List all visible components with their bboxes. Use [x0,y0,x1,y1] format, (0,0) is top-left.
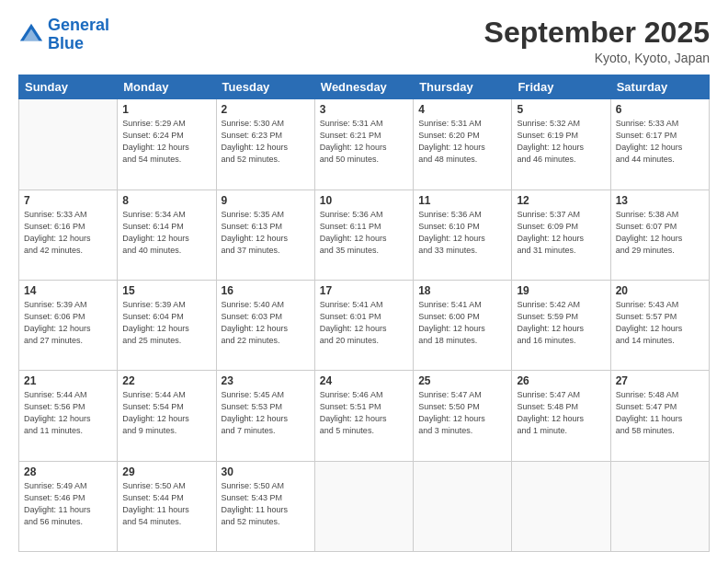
day-number: 21 [24,374,112,387]
calendar-week-row: 7Sunrise: 5:33 AM Sunset: 6:16 PM Daylig… [19,190,710,280]
table-row [512,461,610,551]
day-number: 17 [320,284,408,297]
day-number: 27 [616,374,704,387]
table-row: 4Sunrise: 5:31 AM Sunset: 6:20 PM Daylig… [414,99,512,190]
day-info: Sunrise: 5:41 AM Sunset: 6:00 PM Dayligh… [418,299,506,347]
day-info: Sunrise: 5:47 AM Sunset: 5:48 PM Dayligh… [517,389,605,437]
day-info: Sunrise: 5:38 AM Sunset: 6:07 PM Dayligh… [616,209,704,257]
table-row: 9Sunrise: 5:35 AM Sunset: 6:13 PM Daylig… [216,190,314,280]
logo-text: General Blue [48,17,109,53]
day-number: 18 [418,284,506,297]
table-row: 16Sunrise: 5:40 AM Sunset: 6:03 PM Dayli… [216,280,314,370]
day-info: Sunrise: 5:40 AM Sunset: 6:03 PM Dayligh… [222,299,310,347]
table-row: 30Sunrise: 5:50 AM Sunset: 5:43 PM Dayli… [216,461,314,551]
header-wednesday: Wednesday [314,75,413,99]
table-row: 27Sunrise: 5:48 AM Sunset: 5:47 PM Dayli… [610,371,709,461]
header-saturday: Saturday [610,75,709,99]
calendar-week-row: 28Sunrise: 5:49 AM Sunset: 5:46 PM Dayli… [19,461,710,551]
table-row: 6Sunrise: 5:33 AM Sunset: 6:17 PM Daylig… [610,99,709,190]
day-info: Sunrise: 5:32 AM Sunset: 6:19 PM Dayligh… [517,118,605,166]
day-info: Sunrise: 5:44 AM Sunset: 5:54 PM Dayligh… [122,389,210,437]
calendar-week-row: 1Sunrise: 5:29 AM Sunset: 6:24 PM Daylig… [19,99,710,190]
day-number: 10 [320,194,408,207]
day-info: Sunrise: 5:48 AM Sunset: 5:47 PM Dayligh… [616,389,704,437]
day-number: 11 [418,194,506,207]
logo: General Blue [18,17,109,53]
day-info: Sunrise: 5:46 AM Sunset: 5:51 PM Dayligh… [320,389,408,437]
header-sunday: Sunday [19,75,118,99]
day-info: Sunrise: 5:37 AM Sunset: 6:09 PM Dayligh… [517,209,605,257]
table-row: 1Sunrise: 5:29 AM Sunset: 6:24 PM Daylig… [118,99,216,190]
table-row: 23Sunrise: 5:45 AM Sunset: 5:53 PM Dayli… [216,371,314,461]
table-row: 21Sunrise: 5:44 AM Sunset: 5:56 PM Dayli… [19,371,118,461]
day-number: 26 [517,374,605,387]
table-row: 11Sunrise: 5:36 AM Sunset: 6:10 PM Dayli… [414,190,512,280]
day-info: Sunrise: 5:36 AM Sunset: 6:10 PM Dayligh… [418,209,506,257]
day-number: 9 [222,194,310,207]
table-row: 26Sunrise: 5:47 AM Sunset: 5:48 PM Dayli… [512,371,610,461]
table-row: 18Sunrise: 5:41 AM Sunset: 6:00 PM Dayli… [414,280,512,370]
table-row: 22Sunrise: 5:44 AM Sunset: 5:54 PM Dayli… [118,371,216,461]
logo-icon [18,22,44,48]
day-number: 7 [24,194,112,207]
table-row: 28Sunrise: 5:49 AM Sunset: 5:46 PM Dayli… [19,461,118,551]
day-info: Sunrise: 5:43 AM Sunset: 5:57 PM Dayligh… [616,299,704,347]
day-number: 13 [616,194,704,207]
month-title: September 2025 [484,17,710,49]
logo-line2: Blue [48,35,109,53]
table-row: 20Sunrise: 5:43 AM Sunset: 5:57 PM Dayli… [610,280,709,370]
table-row [19,99,118,190]
day-number: 4 [418,103,506,116]
table-row: 19Sunrise: 5:42 AM Sunset: 5:59 PM Dayli… [512,280,610,370]
header-tuesday: Tuesday [216,75,314,99]
title-block: September 2025 Kyoto, Kyoto, Japan [484,17,710,65]
day-number: 30 [222,465,310,478]
day-info: Sunrise: 5:44 AM Sunset: 5:56 PM Dayligh… [24,389,112,437]
day-info: Sunrise: 5:45 AM Sunset: 5:53 PM Dayligh… [222,389,310,437]
day-info: Sunrise: 5:33 AM Sunset: 6:17 PM Dayligh… [616,118,704,166]
weekday-header-row: Sunday Monday Tuesday Wednesday Thursday… [19,75,710,99]
table-row [610,461,709,551]
header: General Blue September 2025 Kyoto, Kyoto… [18,17,710,65]
day-info: Sunrise: 5:39 AM Sunset: 6:06 PM Dayligh… [24,299,112,347]
table-row: 24Sunrise: 5:46 AM Sunset: 5:51 PM Dayli… [314,371,413,461]
calendar: Sunday Monday Tuesday Wednesday Thursday… [18,75,710,552]
header-thursday: Thursday [414,75,512,99]
table-row: 3Sunrise: 5:31 AM Sunset: 6:21 PM Daylig… [314,99,413,190]
location: Kyoto, Kyoto, Japan [484,51,710,65]
calendar-body: 1Sunrise: 5:29 AM Sunset: 6:24 PM Daylig… [19,99,710,552]
day-number: 23 [222,374,310,387]
table-row: 17Sunrise: 5:41 AM Sunset: 6:01 PM Dayli… [314,280,413,370]
day-info: Sunrise: 5:36 AM Sunset: 6:11 PM Dayligh… [320,209,408,257]
day-number: 6 [616,103,704,116]
header-friday: Friday [512,75,610,99]
table-row: 7Sunrise: 5:33 AM Sunset: 6:16 PM Daylig… [19,190,118,280]
day-number: 12 [517,194,605,207]
day-info: Sunrise: 5:50 AM Sunset: 5:44 PM Dayligh… [122,480,210,528]
day-number: 16 [222,284,310,297]
table-row: 13Sunrise: 5:38 AM Sunset: 6:07 PM Dayli… [610,190,709,280]
calendar-week-row: 21Sunrise: 5:44 AM Sunset: 5:56 PM Dayli… [19,371,710,461]
day-number: 29 [122,465,210,478]
day-info: Sunrise: 5:29 AM Sunset: 6:24 PM Dayligh… [122,118,210,166]
table-row: 12Sunrise: 5:37 AM Sunset: 6:09 PM Dayli… [512,190,610,280]
calendar-header: Sunday Monday Tuesday Wednesday Thursday… [19,75,710,99]
day-info: Sunrise: 5:41 AM Sunset: 6:01 PM Dayligh… [320,299,408,347]
calendar-week-row: 14Sunrise: 5:39 AM Sunset: 6:06 PM Dayli… [19,280,710,370]
day-info: Sunrise: 5:34 AM Sunset: 6:14 PM Dayligh… [122,209,210,257]
day-number: 19 [517,284,605,297]
day-number: 8 [122,194,210,207]
day-number: 24 [320,374,408,387]
day-info: Sunrise: 5:33 AM Sunset: 6:16 PM Dayligh… [24,209,112,257]
page: General Blue September 2025 Kyoto, Kyoto… [0,0,728,563]
day-info: Sunrise: 5:39 AM Sunset: 6:04 PM Dayligh… [122,299,210,347]
day-number: 2 [222,103,310,116]
day-info: Sunrise: 5:42 AM Sunset: 5:59 PM Dayligh… [517,299,605,347]
table-row: 8Sunrise: 5:34 AM Sunset: 6:14 PM Daylig… [118,190,216,280]
logo-line1: General [48,16,109,34]
day-info: Sunrise: 5:31 AM Sunset: 6:21 PM Dayligh… [320,118,408,166]
day-number: 14 [24,284,112,297]
day-info: Sunrise: 5:49 AM Sunset: 5:46 PM Dayligh… [24,480,112,528]
day-info: Sunrise: 5:50 AM Sunset: 5:43 PM Dayligh… [222,480,310,528]
table-row: 29Sunrise: 5:50 AM Sunset: 5:44 PM Dayli… [118,461,216,551]
